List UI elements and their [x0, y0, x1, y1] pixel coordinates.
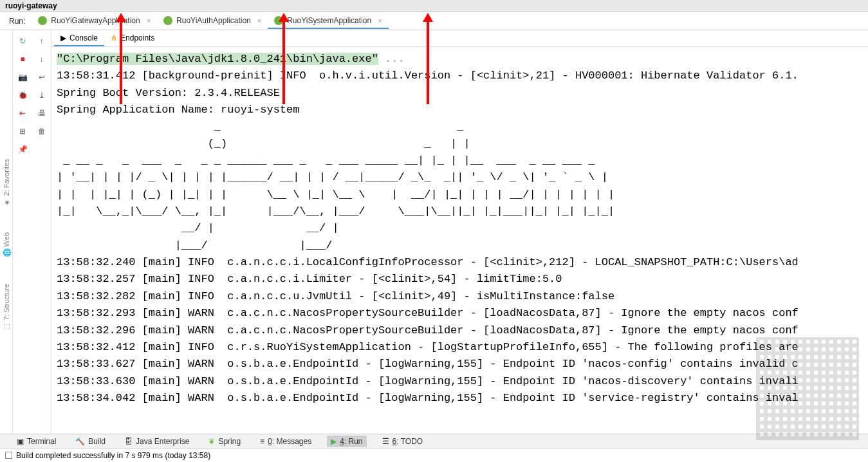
- status-checkbox: [5, 452, 12, 459]
- terminal-icon: ▣: [17, 437, 24, 446]
- spring-leaf-icon: ❦: [208, 437, 215, 446]
- left-tool-stripe: ★ 2: Favorites 🌐 Web ⬚ 7: Structure: [0, 30, 13, 447]
- log-line: 13:58:32.293 [main] WARN c.a.c.n.c.Nacos…: [57, 307, 799, 319]
- sidebar-structure[interactable]: ⬚ 7: Structure: [2, 284, 10, 331]
- bottom-tab-build[interactable]: 🔨Build: [71, 436, 109, 447]
- layout-icon[interactable]: ⊞: [17, 125, 28, 137]
- bottom-tab-messages[interactable]: ≡0: Messages: [256, 436, 315, 447]
- run-config-tabs: Run: RuoYiGatewayApplication × RuoYiAuth…: [0, 12, 868, 30]
- qr-watermark: [756, 337, 859, 440]
- log-line: 13:58:33.630 [main] WARN o.s.b.a.e.Endpo…: [57, 375, 799, 387]
- run-label: Run:: [3, 17, 32, 26]
- tab-label: RuoYiGatewayApplication: [51, 16, 140, 25]
- tab-label: RuoYiAuthApplication: [176, 16, 251, 25]
- cmd-line: "C:\Program Files\Java\jdk1.8.0_241\bin\…: [57, 53, 378, 65]
- tab-label: RuoYiSystemApplication: [287, 16, 371, 25]
- endpoints-icon: ⋔: [111, 33, 117, 42]
- sidebar-favorites[interactable]: ★ 2: Favorites: [2, 159, 10, 207]
- ascii-art: | | | |_| | (_) | |_| | | \__ \ |_| \__ …: [57, 189, 614, 201]
- tab-endpoints[interactable]: ⋔ Endpoints: [104, 31, 161, 46]
- sidebar-web[interactable]: 🌐 Web: [2, 232, 10, 257]
- down-arrow-icon[interactable]: ↓: [36, 53, 48, 65]
- print-icon[interactable]: 🖶: [36, 107, 48, 119]
- log-line: 13:58:32.257 [main] INFO c.a.n.c.c.i.Lim…: [57, 273, 562, 285]
- rerun-icon[interactable]: ↻: [17, 35, 28, 47]
- log-line: 13:58:32.282 [main] INFO c.a.n.c.c.u.Jvm…: [57, 290, 614, 302]
- ascii-art: (_) _ | |: [57, 138, 470, 150]
- run-toolbar-column-2: ↑ ↓ ↩ ⤓ 🖶 🗑: [32, 30, 51, 447]
- tab-console-label: Console: [69, 33, 98, 42]
- bottom-tab-run[interactable]: ▶4: Run: [327, 436, 366, 447]
- console-tabs: ▶ Console ⋔ Endpoints: [51, 30, 868, 47]
- tab-gateway[interactable]: RuoYiGatewayApplication ×: [32, 14, 157, 29]
- up-arrow-icon[interactable]: ↑: [36, 35, 48, 47]
- list-icon: ☰: [382, 437, 389, 446]
- log-line: 13:58:32.240 [main] INFO c.a.n.c.c.i.Loc…: [57, 256, 799, 268]
- ascii-art: _ __ _ _ ___ _ _ _ ______ ___ _ _ ___ __…: [57, 154, 595, 167]
- spring-boot-icon: [38, 16, 47, 25]
- pin-icon[interactable]: 📌: [17, 143, 28, 155]
- tab-auth[interactable]: RuoYiAuthApplication ×: [157, 14, 268, 29]
- messages-icon: ≡: [260, 437, 264, 446]
- console-output[interactable]: "C:\Program Files\Java\jdk1.8.0_241\bin\…: [51, 47, 868, 447]
- ascii-art: _ _: [57, 120, 464, 133]
- status-message: Build completed successfully in 7 s 979 …: [16, 451, 210, 460]
- ascii-art: | '__| | | |/ _ \| | | | |______/ __| | …: [57, 171, 608, 183]
- close-icon[interactable]: ×: [257, 17, 261, 24]
- spring-boot-icon: [163, 16, 172, 25]
- ascii-art: |_| \__,_|\___/ \__, |_| |___/\__, |___/…: [57, 205, 614, 217]
- hammer-icon: 🔨: [75, 437, 85, 446]
- annotation-arrow: [120, 21, 122, 104]
- run-toolbar-column-1: ↻ ■ 📷 🐞 ⇤ ⊞ 📌: [13, 30, 32, 447]
- bottom-tab-spring[interactable]: ❦Spring: [205, 436, 245, 447]
- log-line: Spring Application Name: ruoyi-system: [57, 104, 299, 116]
- ascii-art: __/ | __/ |: [57, 222, 339, 234]
- tab-console[interactable]: ▶ Console: [54, 31, 104, 46]
- ascii-art: |___/ |___/: [57, 239, 332, 252]
- trash-icon[interactable]: 🗑: [36, 125, 48, 137]
- bottom-tab-java-enterprise[interactable]: 🗄Java Enterprise: [121, 436, 193, 447]
- log-line: 13:58:32.296 [main] WARN c.a.c.n.c.Nacos…: [57, 324, 799, 337]
- close-icon[interactable]: ×: [147, 17, 151, 24]
- tab-endpoints-label: Endpoints: [120, 33, 154, 42]
- log-line: 13:58:32.412 [main] INFO c.r.s.RuoYiSyst…: [57, 341, 799, 353]
- soft-wrap-icon[interactable]: ↩: [36, 71, 48, 83]
- log-line: 13:58:33.627 [main] WARN o.s.b.a.e.Endpo…: [57, 358, 799, 370]
- play-icon: ▶: [331, 437, 337, 446]
- bottom-tool-tabs: ▣Terminal 🔨Build 🗄Java Enterprise ❦Sprin…: [0, 434, 868, 448]
- debug-icon[interactable]: 🐞: [17, 89, 28, 101]
- dots: ...: [378, 53, 405, 65]
- stop-icon[interactable]: ■: [17, 53, 28, 65]
- close-icon[interactable]: ×: [378, 17, 382, 24]
- server-icon: 🗄: [125, 437, 133, 446]
- bottom-tab-todo[interactable]: ☰6: TODO: [378, 436, 427, 447]
- exit-icon[interactable]: ⇤: [17, 107, 28, 119]
- scroll-end-icon[interactable]: ⤓: [36, 89, 48, 101]
- bottom-tab-terminal[interactable]: ▣Terminal: [13, 436, 60, 447]
- camera-icon[interactable]: 📷: [17, 71, 28, 83]
- console-icon: ▶: [60, 33, 66, 42]
- log-line: 13:58:34.042 [main] WARN o.s.b.a.e.Endpo…: [57, 392, 799, 404]
- annotation-arrow: [282, 21, 285, 104]
- project-name: ruoyi-gateway: [0, 0, 868, 12]
- log-line: Spring Boot Version: 2.3.4.RELEASE: [57, 87, 280, 99]
- status-bar: Build completed successfully in 7 s 979 …: [0, 448, 868, 462]
- annotation-arrow: [427, 21, 429, 104]
